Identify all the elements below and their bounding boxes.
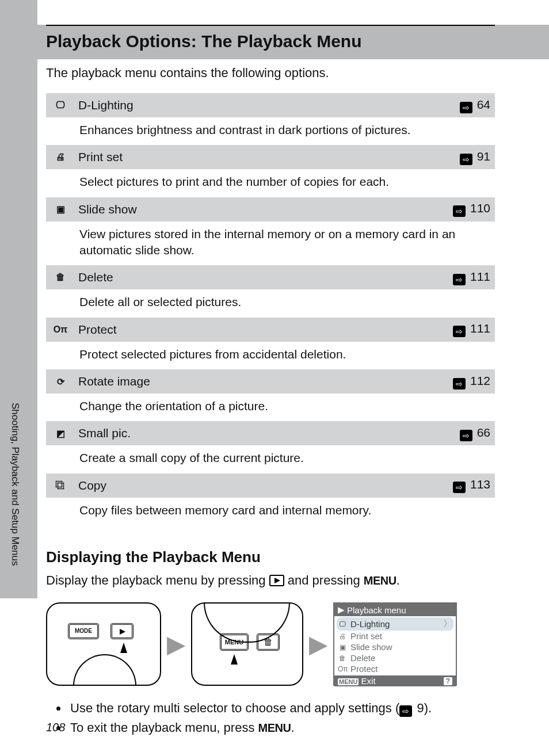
arrow-right-icon: ▶	[309, 630, 327, 658]
option-page-ref: ⇨ 111	[449, 322, 495, 337]
option-title: D-Lighting	[75, 98, 449, 112]
option-header-row: 🖵D-Lighting⇨ 64	[46, 93, 495, 117]
option-header-row: OπProtect⇨ 111	[46, 318, 495, 342]
option-page-ref: ⇨ 64	[449, 98, 495, 113]
option-header-row: 🖨Print set⇨ 91	[46, 145, 495, 169]
option-description: Change the orientation of a picture.	[46, 394, 495, 421]
option-page-ref: ⇨ 112	[449, 374, 495, 390]
option-icon: 🗑	[46, 272, 75, 282]
option-title: Slide show	[75, 203, 449, 216]
list-item: To exit the playback menu, press MENU.	[68, 718, 495, 738]
playback-icon: ▶	[338, 605, 345, 615]
press-arrow-icon	[231, 654, 238, 665]
screen-item-label: Slide show	[350, 642, 392, 652]
option-page-ref: ⇨ 111	[449, 270, 495, 285]
menu-button-diagram: MENU	[220, 633, 249, 651]
screen-item-label: Protect	[350, 664, 378, 674]
option-title: Protect	[75, 323, 449, 337]
option-header-row: ◩Small pic.⇨ 66	[46, 421, 495, 445]
screen-item-icon: 🗑	[338, 654, 347, 662]
page-ref-icon: ⇨	[453, 482, 466, 493]
option-icon: ▣	[46, 204, 75, 215]
option-icon: Oπ	[46, 324, 75, 335]
screen-footer: MENU Exit ?	[334, 675, 456, 686]
screen-item-label: Print set	[350, 631, 382, 641]
help-icon: ?	[444, 677, 452, 685]
footer-exit-label: Exit	[361, 676, 376, 686]
option-header-row: ▣Slide show⇨ 110	[46, 197, 495, 222]
section-tab: Shooting, Playback and Setup Menus	[9, 403, 21, 566]
playback-button-icon	[269, 575, 284, 586]
option-icon: 🖨	[46, 152, 75, 162]
option-page-ref: ⇨ 66	[449, 426, 495, 441]
dial-arc-icon	[73, 654, 136, 686]
option-description: View pictures stored in the internal mem…	[46, 222, 495, 266]
page-title: Playback Options: The Playback Menu	[46, 32, 495, 51]
screen-item-label: Delete	[350, 653, 375, 663]
press-arrow-icon	[120, 643, 127, 653]
arrow-right-icon: ▶	[167, 630, 185, 658]
option-page-ref: ⇨ 113	[449, 478, 495, 493]
option-icon: 🖵	[46, 100, 75, 110]
menu-word: MENU	[258, 721, 291, 734]
option-description: Enhances brightness and contrast in dark…	[46, 117, 495, 145]
option-icon: ⟳	[46, 376, 75, 387]
screen-menu-item: 🗑Delete	[337, 652, 453, 663]
option-header-row: ⟳Rotate image⇨ 112	[46, 369, 495, 394]
option-icon: ◩	[46, 428, 75, 439]
camera-diagram-2: MENU 🗑	[191, 602, 303, 686]
option-description: Select pictures to print and the number …	[46, 169, 495, 197]
page-ref-icon: ⇨	[453, 378, 466, 390]
screen-title-bar: ▶ Playback menu	[334, 604, 456, 616]
option-description: Copy files between memory card and inter…	[46, 498, 495, 525]
display-instruction: Display the playback menu by pressing an…	[46, 571, 495, 590]
option-title: Delete	[75, 270, 449, 284]
screen-menu-item: OπProtect	[337, 663, 453, 674]
screen-menu-item: 🖨Print set	[337, 631, 453, 642]
chevron-right-icon: 〉	[443, 618, 452, 630]
intro-text: The playback menu contains the following…	[46, 66, 495, 81]
screen-title-text: Playback menu	[347, 605, 406, 615]
page-ref-icon: ⇨	[453, 274, 466, 285]
header-band: Playback Options: The Playback Menu	[0, 25, 549, 59]
menu-word: MENU	[364, 574, 396, 587]
option-title: Copy	[75, 479, 449, 492]
playback-button-diagram	[110, 623, 134, 639]
option-page-ref: ⇨ 110	[449, 201, 495, 217]
screen-item-icon: 🖵	[338, 620, 347, 628]
option-title: Rotate image	[75, 375, 449, 388]
screen-item-icon: ▣	[338, 643, 347, 651]
option-description: Protect selected pictures from accidenta…	[46, 342, 495, 369]
delete-button-diagram: 🗑	[257, 633, 280, 651]
option-title: Print set	[75, 150, 449, 164]
option-description: Create a small copy of the current pictu…	[46, 445, 495, 473]
option-description: Delete all or selected pictures.	[46, 289, 495, 317]
screen-menu-item: 🖵D-Lighting〉	[337, 617, 453, 631]
options-table: 🖵D-Lighting⇨ 64Enhances brightness and c…	[46, 93, 495, 525]
option-header-row: 🗑Delete⇨ 111	[46, 265, 495, 289]
mode-button-icon: MODE	[68, 623, 99, 639]
instruction-list: Use the rotary multi selector to choose …	[46, 698, 495, 738]
page-number: 108	[46, 721, 65, 734]
section-heading: Displaying the Playback Menu	[46, 548, 495, 566]
screen-item-label: D-Lighting	[350, 619, 390, 629]
list-item: Use the rotary multi selector to choose …	[68, 698, 495, 718]
page-ref-icon: ⇨	[399, 705, 412, 717]
option-title: Small pic.	[75, 426, 449, 440]
option-page-ref: ⇨ 91	[449, 150, 495, 165]
menu-badge-icon: MENU	[338, 678, 359, 685]
page-ref-icon: ⇨	[453, 326, 466, 337]
camera-diagram-1: MODE	[46, 602, 161, 686]
screen-item-icon: Oπ	[338, 665, 347, 673]
option-icon: ⿻	[46, 480, 75, 491]
lcd-screen-preview: ▶ Playback menu 🖵D-Lighting〉🖨Print set▣S…	[333, 602, 457, 686]
page-ref-icon: ⇨	[453, 205, 466, 217]
page-ref-icon: ⇨	[460, 102, 472, 113]
page-ref-icon: ⇨	[460, 430, 472, 441]
page-ref-icon: ⇨	[460, 154, 472, 165]
screen-menu-item: ▣Slide show	[337, 642, 453, 652]
option-header-row: ⿻Copy⇨ 113	[46, 474, 495, 498]
diagram-row: MODE ▶ MENU 🗑 ▶ ▶ Playback menu 🖵D-Light…	[46, 602, 495, 686]
screen-item-icon: 🖨	[338, 632, 347, 640]
